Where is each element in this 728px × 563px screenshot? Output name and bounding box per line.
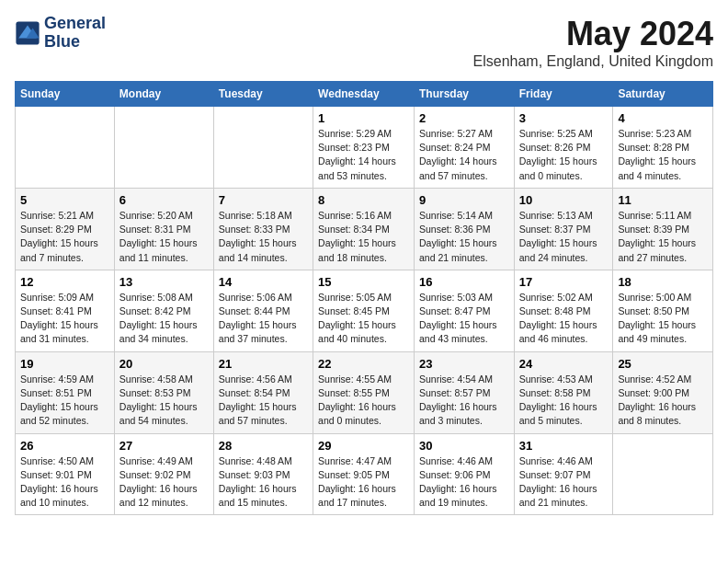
logo-line2: Blue xyxy=(44,33,106,52)
calendar-cell: 4Sunrise: 5:23 AM Sunset: 8:28 PM Daylig… xyxy=(613,107,713,189)
page-header: General Blue May 2024 Elsenham, England,… xyxy=(15,15,713,70)
day-number: 14 xyxy=(219,275,308,289)
day-number: 9 xyxy=(419,193,509,207)
day-info: Sunrise: 5:08 AM Sunset: 8:42 PM Dayligh… xyxy=(119,291,209,347)
day-info: Sunrise: 4:54 AM Sunset: 8:57 PM Dayligh… xyxy=(419,373,509,429)
calendar-cell: 14Sunrise: 5:06 AM Sunset: 8:44 PM Dayli… xyxy=(213,270,313,351)
calendar-cell xyxy=(16,107,115,189)
calendar-cell: 23Sunrise: 4:54 AM Sunset: 8:57 PM Dayli… xyxy=(414,351,514,433)
calendar-cell xyxy=(114,107,213,189)
calendar-cell: 24Sunrise: 4:53 AM Sunset: 8:58 PM Dayli… xyxy=(514,351,613,433)
day-number: 23 xyxy=(419,357,509,371)
day-info: Sunrise: 5:05 AM Sunset: 8:45 PM Dayligh… xyxy=(318,291,409,347)
day-info: Sunrise: 4:58 AM Sunset: 8:53 PM Dayligh… xyxy=(119,373,209,429)
header-sunday: Sunday xyxy=(16,82,115,107)
calendar-cell: 17Sunrise: 5:02 AM Sunset: 8:48 PM Dayli… xyxy=(514,270,613,351)
day-number: 3 xyxy=(519,111,609,125)
day-info: Sunrise: 5:11 AM Sunset: 8:39 PM Dayligh… xyxy=(618,209,708,265)
day-info: Sunrise: 5:14 AM Sunset: 8:36 PM Dayligh… xyxy=(419,209,509,265)
day-info: Sunrise: 4:53 AM Sunset: 8:58 PM Dayligh… xyxy=(519,373,609,429)
day-number: 27 xyxy=(119,439,209,453)
day-info: Sunrise: 5:18 AM Sunset: 8:33 PM Dayligh… xyxy=(219,209,308,265)
day-info: Sunrise: 4:47 AM Sunset: 9:05 PM Dayligh… xyxy=(318,454,409,511)
day-number: 21 xyxy=(219,357,308,371)
day-info: Sunrise: 5:03 AM Sunset: 8:47 PM Dayligh… xyxy=(419,291,509,347)
day-number: 12 xyxy=(20,275,109,289)
header-tuesday: Tuesday xyxy=(213,82,313,107)
header-row: SundayMondayTuesdayWednesdayThursdayFrid… xyxy=(16,82,713,107)
day-info: Sunrise: 4:49 AM Sunset: 9:02 PM Dayligh… xyxy=(119,454,209,511)
calendar-cell: 25Sunrise: 4:52 AM Sunset: 9:00 PM Dayli… xyxy=(613,351,713,433)
header-thursday: Thursday xyxy=(414,82,514,107)
day-info: Sunrise: 4:46 AM Sunset: 9:07 PM Dayligh… xyxy=(519,454,609,511)
calendar-cell: 6Sunrise: 5:20 AM Sunset: 8:31 PM Daylig… xyxy=(114,188,213,270)
calendar-cell: 11Sunrise: 5:11 AM Sunset: 8:39 PM Dayli… xyxy=(613,188,713,270)
day-number: 26 xyxy=(20,439,109,453)
day-info: Sunrise: 5:00 AM Sunset: 8:50 PM Dayligh… xyxy=(618,291,708,347)
calendar-cell: 7Sunrise: 5:18 AM Sunset: 8:33 PM Daylig… xyxy=(213,188,313,270)
day-info: Sunrise: 5:09 AM Sunset: 8:41 PM Dayligh… xyxy=(20,291,109,347)
week-row-0: 1Sunrise: 5:29 AM Sunset: 8:23 PM Daylig… xyxy=(16,107,713,189)
calendar-cell: 20Sunrise: 4:58 AM Sunset: 8:53 PM Dayli… xyxy=(114,351,213,433)
day-number: 25 xyxy=(618,357,708,371)
day-number: 24 xyxy=(519,357,609,371)
day-number: 20 xyxy=(119,357,209,371)
day-info: Sunrise: 4:50 AM Sunset: 9:01 PM Dayligh… xyxy=(20,454,109,511)
calendar-cell: 2Sunrise: 5:27 AM Sunset: 8:24 PM Daylig… xyxy=(414,107,514,189)
calendar-cell: 10Sunrise: 5:13 AM Sunset: 8:37 PM Dayli… xyxy=(514,188,613,270)
calendar-subtitle: Elsenham, England, United Kingdom xyxy=(473,53,714,70)
calendar-cell: 12Sunrise: 5:09 AM Sunset: 8:41 PM Dayli… xyxy=(16,270,115,351)
day-info: Sunrise: 5:16 AM Sunset: 8:34 PM Dayligh… xyxy=(318,209,409,265)
day-info: Sunrise: 5:27 AM Sunset: 8:24 PM Dayligh… xyxy=(419,127,509,183)
calendar-cell: 8Sunrise: 5:16 AM Sunset: 8:34 PM Daylig… xyxy=(313,188,415,270)
calendar-cell: 15Sunrise: 5:05 AM Sunset: 8:45 PM Dayli… xyxy=(313,270,415,351)
day-number: 31 xyxy=(519,439,609,453)
day-number: 29 xyxy=(318,439,409,453)
calendar-cell xyxy=(613,433,713,515)
day-info: Sunrise: 4:48 AM Sunset: 9:03 PM Dayligh… xyxy=(219,454,308,511)
day-info: Sunrise: 4:55 AM Sunset: 8:55 PM Dayligh… xyxy=(318,373,409,429)
day-info: Sunrise: 5:02 AM Sunset: 8:48 PM Dayligh… xyxy=(519,291,609,347)
day-info: Sunrise: 5:13 AM Sunset: 8:37 PM Dayligh… xyxy=(519,209,609,265)
logo-line1: General xyxy=(44,15,106,33)
week-row-4: 26Sunrise: 4:50 AM Sunset: 9:01 PM Dayli… xyxy=(16,433,713,515)
day-info: Sunrise: 5:29 AM Sunset: 8:23 PM Dayligh… xyxy=(318,127,409,183)
day-info: Sunrise: 5:20 AM Sunset: 8:31 PM Dayligh… xyxy=(119,209,209,265)
day-number: 15 xyxy=(318,275,409,289)
day-info: Sunrise: 4:59 AM Sunset: 8:51 PM Dayligh… xyxy=(20,373,109,429)
logo: General Blue xyxy=(15,15,106,52)
day-number: 10 xyxy=(519,193,609,207)
week-row-3: 19Sunrise: 4:59 AM Sunset: 8:51 PM Dayli… xyxy=(16,351,713,433)
day-number: 28 xyxy=(219,439,308,453)
day-number: 8 xyxy=(318,193,409,207)
day-info: Sunrise: 5:25 AM Sunset: 8:26 PM Dayligh… xyxy=(519,127,609,183)
day-number: 2 xyxy=(419,111,509,125)
day-number: 19 xyxy=(20,357,109,371)
calendar-cell: 3Sunrise: 5:25 AM Sunset: 8:26 PM Daylig… xyxy=(514,107,613,189)
header-monday: Monday xyxy=(114,82,213,107)
calendar-cell: 29Sunrise: 4:47 AM Sunset: 9:05 PM Dayli… xyxy=(313,433,415,515)
day-info: Sunrise: 4:56 AM Sunset: 8:54 PM Dayligh… xyxy=(219,373,308,429)
calendar-cell: 5Sunrise: 5:21 AM Sunset: 8:29 PM Daylig… xyxy=(16,188,115,270)
day-info: Sunrise: 5:21 AM Sunset: 8:29 PM Dayligh… xyxy=(20,209,109,265)
header-saturday: Saturday xyxy=(613,82,713,107)
week-row-2: 12Sunrise: 5:09 AM Sunset: 8:41 PM Dayli… xyxy=(16,270,713,351)
calendar-cell: 30Sunrise: 4:46 AM Sunset: 9:06 PM Dayli… xyxy=(414,433,514,515)
logo-icon xyxy=(15,20,40,46)
day-info: Sunrise: 5:23 AM Sunset: 8:28 PM Dayligh… xyxy=(618,127,708,183)
day-number: 16 xyxy=(419,275,509,289)
week-row-1: 5Sunrise: 5:21 AM Sunset: 8:29 PM Daylig… xyxy=(16,188,713,270)
calendar-cell: 28Sunrise: 4:48 AM Sunset: 9:03 PM Dayli… xyxy=(213,433,313,515)
calendar-title: May 2024 xyxy=(473,15,714,53)
day-number: 18 xyxy=(618,275,708,289)
day-info: Sunrise: 4:46 AM Sunset: 9:06 PM Dayligh… xyxy=(419,454,509,511)
day-number: 6 xyxy=(119,193,209,207)
day-number: 22 xyxy=(318,357,409,371)
day-info: Sunrise: 5:06 AM Sunset: 8:44 PM Dayligh… xyxy=(219,291,308,347)
day-number: 30 xyxy=(419,439,509,453)
day-number: 17 xyxy=(519,275,609,289)
day-number: 1 xyxy=(318,111,409,125)
day-info: Sunrise: 4:52 AM Sunset: 9:00 PM Dayligh… xyxy=(618,373,708,429)
title-section: May 2024 Elsenham, England, United Kingd… xyxy=(473,15,714,70)
logo-text: General Blue xyxy=(44,15,106,52)
